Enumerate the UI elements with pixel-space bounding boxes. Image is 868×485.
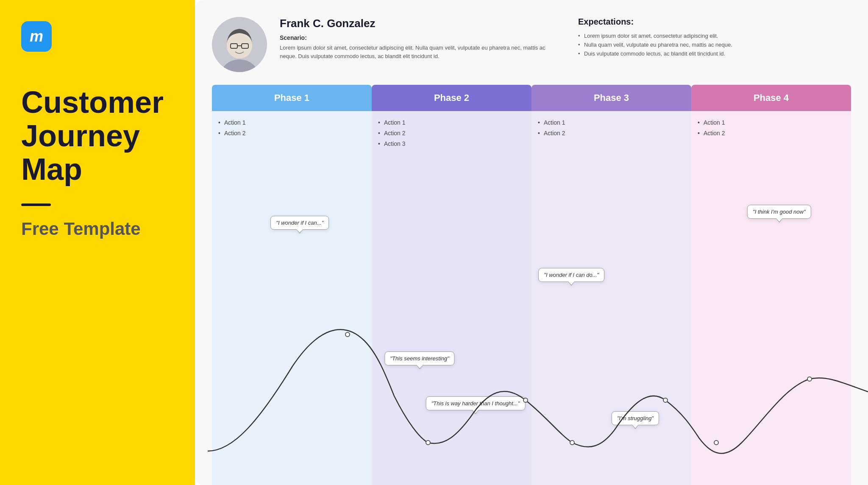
phase-1-bubble: "I wonder if I can..." xyxy=(270,216,329,230)
action-item: Action 2 xyxy=(378,128,525,139)
expectation-item: Nulla quam velit, vulputate eu pharetra … xyxy=(578,41,851,50)
phase-1-header: Phase 1 xyxy=(212,85,372,111)
expectations-list: Lorem ipsum dolor sit amet, consectetur … xyxy=(578,32,851,58)
expectations-section: Expectations: Lorem ipsum dolor sit amet… xyxy=(565,17,851,58)
phase-2-bubble-2: "This is way harder than I thought..." xyxy=(426,396,526,410)
action-item: Action 2 xyxy=(218,128,365,139)
phase-1-actions: Action 1 Action 2 xyxy=(218,117,365,139)
phase-3-column: Phase 3 Action 1 Action 2 "I wonder if I… xyxy=(531,85,691,485)
phases-container: Phase 1 Action 1 Action 2 "I wonder if I… xyxy=(212,85,851,485)
persona-section: Frank C. Gonzalez Scenario: Lorem ipsum … xyxy=(212,17,851,72)
phase-3-body: Action 1 Action 2 "I wonder if I can do.… xyxy=(531,111,691,485)
action-item: Action 1 xyxy=(218,117,365,128)
phase-1-body: Action 1 Action 2 "I wonder if I can..." xyxy=(212,111,372,485)
action-item: Action 2 xyxy=(698,128,845,139)
phase-1-column: Phase 1 Action 1 Action 2 "I wonder if I… xyxy=(212,85,372,485)
action-item: Action 1 xyxy=(378,117,525,128)
left-panel: m Customer Journey Map Free Template xyxy=(0,0,195,485)
phase-3-actions: Action 1 Action 2 xyxy=(538,117,685,139)
action-item: Action 1 xyxy=(538,117,685,128)
phase-3-header: Phase 3 xyxy=(531,85,691,111)
phase-4-body: Action 1 Action 2 "I think I'm good now" xyxy=(691,111,851,485)
svg-point-0 xyxy=(220,59,259,72)
phase-2-actions: Action 1 Action 2 Action 3 xyxy=(378,117,525,150)
divider xyxy=(21,203,51,206)
phase-2-bubble-1: "This seems interesting" xyxy=(384,351,454,365)
subtitle: Free Template xyxy=(21,219,174,239)
phase-4-column: Phase 4 Action 1 Action 2 "I think I'm g… xyxy=(691,85,851,485)
phase-2-body: Action 1 Action 2 Action 3 "This seems i… xyxy=(372,111,531,485)
scenario-label: Scenario: xyxy=(280,34,553,41)
logo-letter: m xyxy=(30,28,43,45)
phase-3-bubble-2: "I'm struggling" xyxy=(612,411,659,425)
action-item: Action 1 xyxy=(698,117,845,128)
right-panel: Frank C. Gonzalez Scenario: Lorem ipsum … xyxy=(195,0,868,485)
phase-4-header: Phase 4 xyxy=(691,85,851,111)
phase-2-header: Phase 2 xyxy=(372,85,531,111)
persona-name: Frank C. Gonzalez xyxy=(280,17,553,30)
phase-4-actions: Action 1 Action 2 xyxy=(698,117,845,139)
scenario-text: Lorem ipsum dolor sit amet, consectetur … xyxy=(280,44,553,60)
action-item: Action 2 xyxy=(538,128,685,139)
expectation-item: Lorem ipsum dolor sit amet, consectetur … xyxy=(578,32,851,41)
expectation-item: Duis vulputate commodo lectus, ac blandi… xyxy=(578,50,851,59)
logo-box: m xyxy=(21,21,52,52)
avatar xyxy=(212,17,267,72)
action-item: Action 3 xyxy=(378,139,525,149)
persona-info: Frank C. Gonzalez Scenario: Lorem ipsum … xyxy=(280,17,553,60)
phase-4-bubble: "I think I'm good now" xyxy=(747,205,811,219)
main-title: Customer Journey Map xyxy=(21,86,174,187)
phase-2-column: Phase 2 Action 1 Action 2 Action 3 "This… xyxy=(372,85,531,485)
expectations-title: Expectations: xyxy=(578,17,851,27)
phase-3-bubble-1: "I wonder if I can do..." xyxy=(538,268,604,282)
